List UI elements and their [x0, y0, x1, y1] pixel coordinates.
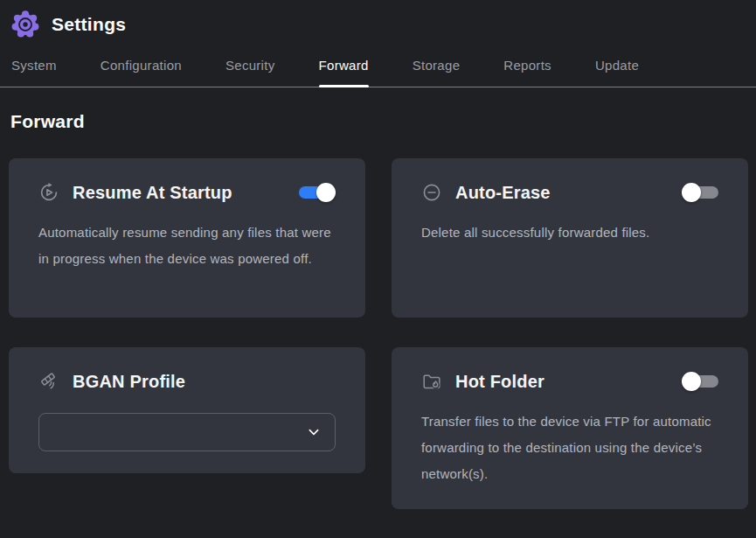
card-row-1: Resume At Startup Automatically resume s… [9, 158, 748, 318]
gear-icon [10, 10, 40, 39]
card-row-2: BGAN Profile [9, 347, 748, 509]
tab-reports[interactable]: Reports [503, 51, 551, 87]
hot-folder-toggle[interactable] [682, 371, 718, 392]
auto-erase-toggle[interactable] [682, 182, 718, 203]
card-header: BGAN Profile [38, 371, 336, 392]
card-header: Auto-Erase [421, 182, 718, 203]
tab-security[interactable]: Security [225, 51, 275, 87]
tab-system[interactable]: System [11, 51, 57, 87]
settings-page: Settings System Configuration Security F… [0, 0, 756, 538]
settings-cards: Resume At Startup Automatically resume s… [9, 158, 748, 509]
minus-circle-icon [421, 182, 442, 203]
card-description: Delete all successfully forwarded files. [421, 220, 718, 246]
tab-configuration[interactable]: Configuration [101, 51, 182, 87]
card-auto-erase: Auto-Erase Delete all successfully forwa… [392, 158, 748, 318]
card-header: Hot Folder [421, 371, 718, 392]
app-title: Settings [52, 14, 126, 35]
page-title: Forward [10, 111, 746, 132]
hot-folder-icon [421, 371, 442, 392]
tab-bar: System Configuration Security Forward St… [0, 51, 756, 87]
card-description: Automatically resume sending any files t… [38, 220, 336, 272]
toggle-knob [316, 183, 336, 202]
toggle-knob [682, 372, 701, 391]
card-hot-folder: Hot Folder Transfer files to the device … [392, 347, 748, 509]
resume-icon [38, 182, 59, 203]
tab-forward[interactable]: Forward [319, 51, 369, 87]
bgan-profile-select[interactable] [38, 413, 336, 451]
card-header: Resume At Startup [38, 182, 336, 203]
card-title: Hot Folder [455, 372, 544, 392]
card-title: BGAN Profile [73, 372, 185, 392]
toggle-knob [682, 183, 701, 202]
resume-at-startup-toggle[interactable] [299, 182, 336, 203]
card-title: Auto-Erase [455, 183, 551, 203]
card-description: Transfer files to the device via FTP for… [421, 409, 718, 487]
satellite-icon [38, 371, 59, 392]
card-bgan-profile: BGAN Profile [9, 347, 365, 473]
page-header: Settings [0, 0, 756, 39]
tab-update[interactable]: Update [595, 51, 639, 87]
tab-storage[interactable]: Storage [413, 51, 461, 87]
card-title: Resume At Startup [73, 183, 232, 203]
chevron-down-icon [307, 425, 321, 439]
card-resume-at-startup: Resume At Startup Automatically resume s… [9, 158, 365, 318]
